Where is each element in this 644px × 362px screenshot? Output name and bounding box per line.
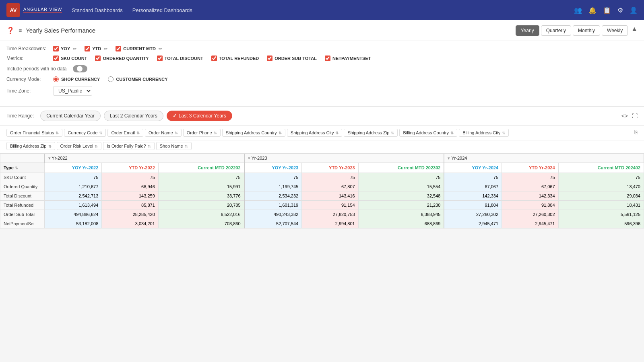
- radio-shop-currency: SHOP CURRENCY: [53, 76, 100, 82]
- checkbox-discount-input[interactable]: [157, 56, 163, 61]
- data-cell: 15,554: [358, 182, 444, 191]
- period-quarterly[interactable]: Quarterly: [541, 25, 571, 36]
- col-mtd-2022[interactable]: Current MTD 202202: [158, 163, 244, 173]
- data-cell: 75: [102, 173, 159, 182]
- filter-order-email[interactable]: Order Email ⇅: [107, 129, 143, 137]
- type-col-header[interactable]: Type ⇅: [0, 163, 45, 173]
- checkbox-ytd-input[interactable]: [85, 46, 90, 51]
- radio-customer-input[interactable]: [108, 76, 114, 82]
- checkbox-subtotal-label: ORDER SUB TOTAL: [275, 56, 317, 61]
- filters-row: Order Financial Status ⇅ Currency Code ⇅…: [0, 125, 644, 140]
- checkbox-sku-input[interactable]: [53, 56, 59, 61]
- sort-icon: ⇅: [450, 131, 454, 135]
- filter-currency-code[interactable]: Currency Code ⇅: [64, 129, 106, 137]
- filter-shipping-city[interactable]: Shipping Address City ⇅: [287, 129, 343, 137]
- row-type-cell: SKU Count: [0, 173, 45, 182]
- col-yoy-2024[interactable]: YOY Yr-2024: [444, 163, 502, 173]
- tablet-icon[interactable]: 📋: [603, 6, 611, 14]
- logo-icon: AV: [6, 3, 20, 17]
- data-cell: 1,601,319: [244, 201, 302, 210]
- filter-shop-name[interactable]: Shop Name ⇅: [156, 142, 192, 150]
- sort-icon: ⇅: [175, 131, 178, 135]
- filter-icon[interactable]: ≡: [19, 27, 22, 34]
- include-periods-toggle[interactable]: [73, 65, 87, 72]
- radio-customer-currency: CUSTOMER CURRENCY: [108, 76, 167, 82]
- code-icon[interactable]: <>: [621, 113, 628, 119]
- checkbox-ordered-input[interactable]: [95, 56, 101, 61]
- table-row: Total Discount2,542,713143,25933,7762,53…: [0, 191, 644, 201]
- help-icon[interactable]: ❓: [6, 27, 14, 34]
- year-2022-header[interactable]: ▾ Yr-2022: [45, 154, 244, 163]
- checkbox-yoy: YOY ✏: [53, 46, 76, 51]
- people-icon[interactable]: 👥: [574, 6, 582, 14]
- data-cell: 67,067: [502, 182, 559, 191]
- data-cell: 91,154: [302, 201, 359, 210]
- data-cell: 27,820,753: [302, 210, 359, 219]
- edit-yoy-icon[interactable]: ✏: [73, 46, 76, 51]
- timezone-select[interactable]: US_Pacific: [53, 86, 92, 96]
- period-weekly[interactable]: Weekly: [602, 25, 628, 36]
- col-yoy-2023[interactable]: YOY Yr-2023: [244, 163, 302, 173]
- col-mtd-2024[interactable]: Current MTD 202402: [558, 163, 644, 173]
- year-2024-header[interactable]: ▾ Yr-2024: [444, 154, 644, 163]
- sliders-icon[interactable]: ⚙: [617, 6, 623, 14]
- checkbox-refunded-input[interactable]: [211, 56, 217, 61]
- edit-ytd-icon[interactable]: ✏: [104, 46, 107, 51]
- filter-shipping-country[interactable]: Shipping Address Country ⇅: [222, 129, 285, 137]
- edit-mtd-icon[interactable]: ✏: [159, 46, 162, 51]
- row-type-cell: Order Sub Total: [0, 210, 45, 219]
- filter-billing-country[interactable]: Billing Address Country ⇅: [399, 129, 457, 137]
- data-cell: 143,259: [102, 191, 159, 201]
- year-2023-header[interactable]: ▾ Yr-2023: [244, 154, 444, 163]
- data-cell: 33,776: [158, 191, 244, 201]
- data-cell: 703,860: [158, 219, 244, 228]
- col-ytd-2024[interactable]: YTD Yr-2024: [502, 163, 559, 173]
- nav-standard-dashboards[interactable]: Standard Dashboards: [72, 7, 122, 13]
- metrics-checkboxes: SKU COUNT ORDERED QUANTITY TOTAL DISCOUN…: [53, 56, 371, 61]
- timezone-row: Time Zone: US_Pacific: [6, 86, 638, 96]
- nav-links: Standard Dashboards Personalized Dashboa…: [72, 7, 192, 13]
- range-last-3-years[interactable]: Last 3 Calendar Years: [167, 111, 232, 121]
- range-last-2-years[interactable]: Last 2 Calendar Years: [104, 111, 163, 121]
- filter-shipping-zip[interactable]: Shipping Address Zip ⇅: [344, 129, 398, 137]
- checkbox-yoy-input[interactable]: [53, 46, 59, 51]
- col-ytd-2022[interactable]: YTD Yr-2022: [102, 163, 159, 173]
- sort-icon: ⇅: [335, 131, 339, 135]
- data-cell: 142,334: [444, 191, 502, 201]
- col-ytd-2023[interactable]: YTD Yr-2023: [302, 163, 359, 173]
- toggle-switch[interactable]: [73, 65, 87, 72]
- data-cell: 15,991: [158, 182, 244, 191]
- include-periods-row: Include periods with no data: [6, 65, 638, 72]
- sort-icon: ⇅: [148, 144, 151, 148]
- settings-panel: Time Breakdowns: YOY ✏ YTD ✏ CURRENT MTD…: [0, 41, 644, 107]
- period-yearly[interactable]: Yearly: [516, 25, 539, 36]
- copy-icon[interactable]: ⎘: [634, 129, 638, 137]
- filter-order-risk-level[interactable]: Order Risk Level ⇅: [57, 142, 102, 150]
- checkbox-mtd-input[interactable]: [116, 46, 121, 51]
- period-monthly[interactable]: Monthly: [573, 25, 600, 36]
- col-yoy-2022[interactable]: YOY Yr-2022: [45, 163, 102, 173]
- filter-is-order-fully-paid[interactable]: Is Order Fully Paid? ⇅: [103, 142, 154, 150]
- data-cell: 1,199,745: [244, 182, 302, 191]
- col-mtd-2023[interactable]: Current MTD 202302: [358, 163, 444, 173]
- filter-billing-zip[interactable]: Billing Address Zip ⇅: [6, 142, 55, 150]
- chevron-up-icon[interactable]: ▲: [631, 25, 638, 36]
- bell-icon[interactable]: 🔔: [588, 6, 597, 14]
- checkbox-order-sub-total: ORDER SUB TOTAL: [267, 56, 317, 61]
- filter-order-phone[interactable]: Order Phone ⇅: [183, 129, 221, 137]
- user-icon[interactable]: 👤: [630, 6, 638, 14]
- checkbox-net-input[interactable]: [325, 56, 330, 61]
- currency-mode-label: Currency Mode:: [6, 76, 47, 82]
- currency-radio-group: SHOP CURRENCY CUSTOMER CURRENCY: [53, 76, 168, 82]
- checkbox-subtotal-input[interactable]: [267, 56, 272, 61]
- data-cell: 68,946: [102, 182, 159, 191]
- radio-shop-input[interactable]: [53, 76, 59, 82]
- filter-billing-city[interactable]: Billing Address City ⇅: [459, 129, 509, 137]
- filter-order-name[interactable]: Order Name ⇅: [145, 129, 182, 137]
- nav-personalized-dashboards[interactable]: Personalized Dashboards: [132, 7, 192, 13]
- range-current-year[interactable]: Current Calendar Year: [40, 111, 100, 121]
- filter-order-financial-status[interactable]: Order Financial Status ⇅: [6, 129, 62, 137]
- expand-icon[interactable]: ⛶: [632, 113, 638, 119]
- data-cell: 29,034: [558, 191, 644, 201]
- time-range-bar: Time Range: Current Calendar Year Last 2…: [0, 107, 644, 125]
